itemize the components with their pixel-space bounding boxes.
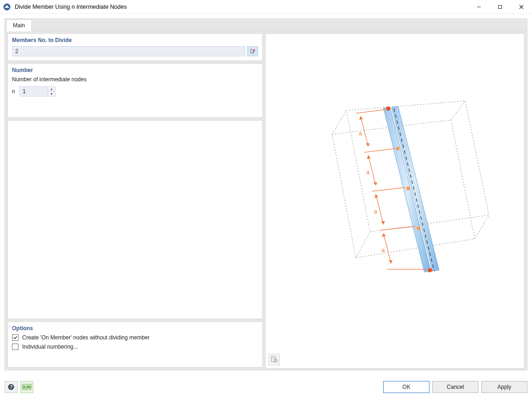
svg-point-15 <box>386 106 390 110</box>
preview-illustration: a a a a <box>266 34 524 368</box>
checkbox-on-member[interactable] <box>12 334 18 341</box>
svg-marker-35 <box>382 233 386 237</box>
titlebar: Divide Member Using n Intermediate Nodes <box>0 0 532 14</box>
cursor-icon <box>249 48 256 54</box>
panel-number-title: Number <box>12 67 258 73</box>
option-individual-numbering[interactable]: Individual numbering... <box>12 344 258 350</box>
svg-line-11 <box>356 232 370 258</box>
segment-label-2: a <box>366 169 369 175</box>
window-buttons <box>468 0 532 14</box>
cancel-button[interactable]: Cancel <box>432 381 478 393</box>
svg-line-9 <box>451 101 465 120</box>
svg-text:?: ? <box>10 385 12 390</box>
segment-label-3: a <box>374 208 377 215</box>
checkbox-individual-numbering[interactable] <box>12 344 18 350</box>
option-on-member[interactable]: Create 'On Member' nodes without dividin… <box>12 334 258 341</box>
left-column: Members No. to Divide 2 Number Number of… <box>7 33 263 368</box>
dialog-footer: ? 0,00 OK Cancel Apply <box>0 375 532 399</box>
n-spinner[interactable]: 1 ▲ ▼ <box>19 86 55 97</box>
svg-line-10 <box>475 215 489 239</box>
ok-button[interactable]: OK <box>383 381 429 393</box>
content-area: Members No. to Divide 2 Number Number of… <box>5 30 527 370</box>
svg-point-18 <box>417 226 420 230</box>
tab-bar: Main <box>5 18 527 30</box>
close-button[interactable] <box>511 0 532 14</box>
members-input[interactable]: 2 <box>12 46 245 56</box>
svg-line-25 <box>364 149 395 152</box>
option-individual-numbering-label: Individual numbering... <box>22 344 78 350</box>
right-column: a a a a <box>265 33 525 368</box>
svg-marker-34 <box>381 221 385 224</box>
app-icon <box>3 3 11 11</box>
number-label: Number of intermediate nodes <box>12 76 258 83</box>
maximize-button[interactable] <box>490 0 511 14</box>
panel-number: Number Number of intermediate nodes n 1 … <box>7 63 263 118</box>
spin-down-icon[interactable]: ▼ <box>48 91 55 97</box>
svg-line-26 <box>372 187 405 191</box>
window-title: Divide Member Using n Intermediate Nodes <box>15 4 468 10</box>
tab-main[interactable]: Main <box>6 19 32 31</box>
panel-blank <box>7 120 263 319</box>
dialog-body: Main Members No. to Divide 2 <box>0 14 532 375</box>
svg-line-24 <box>356 109 386 113</box>
panel-members: Members No. to Divide 2 <box>7 33 263 61</box>
svg-marker-36 <box>389 260 393 263</box>
svg-marker-32 <box>374 182 377 186</box>
minimize-button[interactable] <box>468 0 490 14</box>
panel-options-title: Options <box>12 325 258 332</box>
preview-settings-button[interactable] <box>268 354 280 365</box>
svg-line-27 <box>380 226 416 230</box>
svg-marker-29 <box>359 116 363 120</box>
spin-up-icon[interactable]: ▲ <box>48 86 55 91</box>
check-icon <box>13 335 18 340</box>
svg-marker-30 <box>366 143 369 146</box>
n-value[interactable]: 1 <box>19 86 48 97</box>
svg-point-19 <box>428 268 432 272</box>
svg-point-41 <box>275 360 276 361</box>
panel-options: Options Create 'On Member' nodes without… <box>7 321 263 368</box>
preview-panel: a a a a <box>265 33 525 369</box>
help-button[interactable]: ? <box>5 381 18 393</box>
units-icon: 0,00 <box>22 384 32 390</box>
svg-point-17 <box>406 187 410 190</box>
apply-button[interactable]: Apply <box>481 381 527 393</box>
svg-marker-33 <box>375 194 378 198</box>
segment-label-1: a <box>359 130 362 137</box>
svg-text:0,00: 0,00 <box>23 385 31 389</box>
n-prefix: n <box>12 88 17 95</box>
units-button[interactable]: 0,00 <box>20 381 33 393</box>
option-on-member-label: Create 'On Member' nodes without dividin… <box>22 334 150 341</box>
segment-label-4: a <box>381 247 385 254</box>
gear-page-icon <box>271 356 278 363</box>
panel-members-title: Members No. to Divide <box>12 37 258 43</box>
pick-member-button[interactable] <box>247 46 258 56</box>
svg-line-8 <box>332 110 346 134</box>
svg-rect-3 <box>499 5 502 8</box>
help-icon: ? <box>7 383 15 391</box>
svg-point-16 <box>396 146 399 150</box>
svg-marker-31 <box>367 155 370 159</box>
svg-marker-13 <box>392 106 439 271</box>
